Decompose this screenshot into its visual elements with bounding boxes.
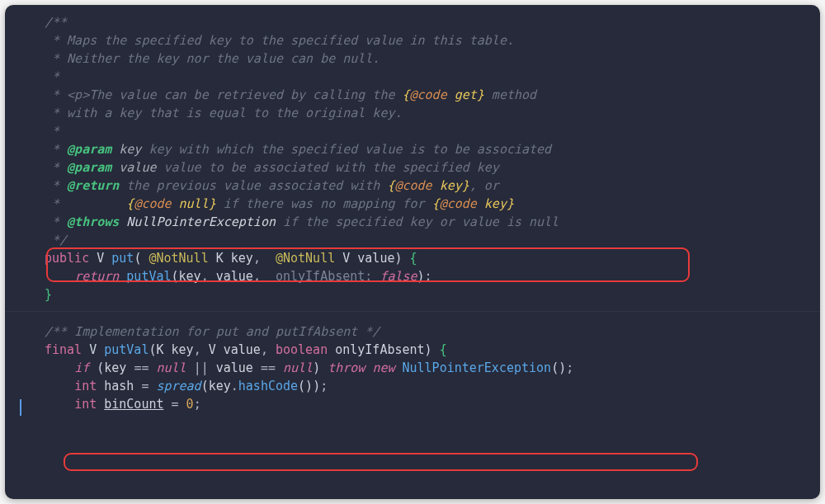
lparen: ( [134,251,141,266]
param-type: V [342,251,350,266]
javadoc-line: * Maps the specified key to the specifie… [45,33,514,48]
keyword-boolean: boolean [276,342,328,357]
keyword-new: new [372,360,394,375]
section-divider [5,311,820,323]
javadoc-code-tag: @code [410,87,447,102]
javadoc-throws-type: NullPointerException [119,214,276,229]
close-brace: } [45,287,52,302]
javadoc-throws-tag: @throws [67,214,119,229]
javadoc-star: * [45,142,67,157]
open-brace: { [410,251,417,266]
var-hash: hash [104,379,134,393]
javadoc-param-name: key [111,142,148,157]
javadoc-param-tag: @param [67,142,111,157]
code-content[interactable]: /** * Maps the specified key to the spec… [5,13,820,304]
javadoc-star: * [45,160,67,175]
method-name-put: put [111,251,134,266]
javadoc-text: the previous value associated with [119,178,387,193]
method-call-putval: putVal [126,269,171,284]
javadoc-code-text: get} [447,87,484,102]
open-brace: { [440,342,447,357]
javadoc-text: if there was no mapping for [216,196,432,211]
annotation-notnull: @NotNull [276,251,335,266]
annotation-notnull: @NotNull [148,251,208,266]
keyword-null: null [283,360,313,375]
javadoc-param-desc: value to be associated with the specifie… [164,160,499,175]
param-type: K [216,251,224,266]
class-npe: NullPointerException [403,360,552,375]
javadoc-star: * [45,196,126,211]
javadoc-line: * [45,124,59,139]
keyword-null: null [156,360,186,375]
javadoc-open: /** [45,15,67,30]
javadoc-brace: { [402,87,409,102]
rparen: ) [394,251,402,266]
keyword-if: if [74,360,89,375]
param-name: key [231,251,253,266]
code-content-2[interactable]: /** Implementation for put and putIfAbse… [5,323,820,413]
javadoc-line: * <p>The value can be retrieved by calli… [45,87,402,102]
keyword-throw: throw [328,360,365,375]
keyword-final: final [45,342,82,357]
javadoc-star: * [45,214,67,229]
javadoc-code-tag: @code [440,196,477,211]
keyword-int: int [74,397,97,412]
literal-zero: 0 [186,397,194,412]
var-bincount: binCount [104,397,163,412]
return-type: V [89,342,97,357]
highlight-null-check [64,453,698,471]
method-call-hashcode: hashCode [238,379,298,393]
javadoc-brace: { [432,196,440,211]
javadoc-param-name: value [111,160,163,175]
javadoc-param-desc: key with which the specified value is to… [148,142,551,157]
keyword-false: false [380,269,417,284]
javadoc-code-tag: @code [134,196,171,211]
javadoc-text: method [484,87,536,102]
inlay-hint: onlyIfAbsent: [276,269,380,284]
keyword-int: int [74,379,97,393]
keyword-return: return [74,269,119,284]
javadoc-code-text: key} [432,178,469,193]
javadoc-throws-desc: if the specified key or value is null [276,214,559,229]
text-cursor [20,399,21,416]
param-name: onlyIfAbsent [335,342,424,357]
javadoc-line: * with a key that is equal to the origin… [45,106,402,120]
code-editor-window: /** * Maps the specified key to the spec… [5,5,820,499]
return-type: V [97,251,104,266]
javadoc-star: * [45,178,67,193]
javadoc-line: * [45,69,59,84]
javadoc-text: , or [469,178,499,193]
javadoc-param-tag: @param [67,160,111,175]
javadoc-line: * Neither the key nor the value can be n… [45,51,380,66]
javadoc-code-text: key} [477,196,514,211]
param-name: value [357,251,394,266]
javadoc-code-tag: @code [394,178,431,193]
impl-comment: /** Implementation for put and putIfAbse… [45,324,380,339]
method-name-putval: putVal [104,342,148,357]
javadoc-code-text: null} [172,196,216,211]
keyword-public: public [45,251,89,266]
javadoc-return-tag: @return [67,178,119,193]
method-call-spread: spread [156,379,200,393]
javadoc-close: */ [45,233,67,247]
